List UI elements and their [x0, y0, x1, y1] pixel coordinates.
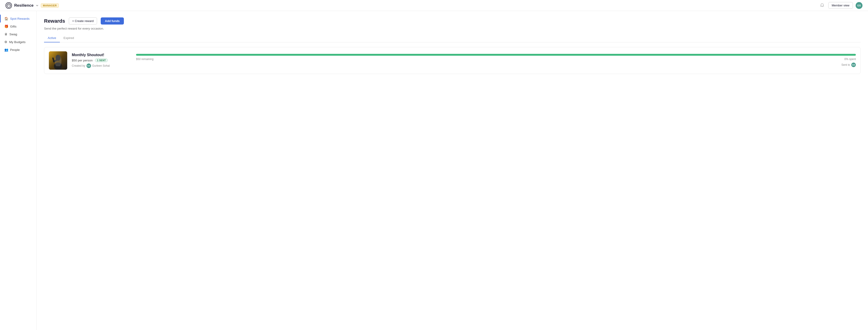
chevron-down-icon: [36, 4, 38, 7]
reward-meta: $50 per person 1 SENT: [72, 59, 131, 62]
sidebar-item-label: My Budgets: [9, 40, 26, 44]
layout: 🏠 Spot Rewards 🎁 Gifts 🖥 Swag ⚙ My Budge…: [0, 11, 868, 330]
topnav-right: Member view GS: [819, 2, 863, 9]
page-title: Rewards: [44, 18, 65, 24]
people-icon: 👥: [4, 48, 8, 52]
topnav: Resilience MANAGER Member view GS: [0, 0, 868, 11]
sidebar-item-swag[interactable]: 🖥 Swag: [0, 30, 36, 38]
reward-thumbnail: [49, 51, 67, 70]
reward-info: Monthly Shoutout! $50 per person 1 SENT …: [72, 53, 131, 68]
gift-icon: 🎁: [4, 25, 8, 28]
topnav-left: Resilience MANAGER: [5, 2, 59, 9]
swag-icon: 🖥: [4, 32, 7, 36]
creator-name: Gurleen Sohal: [92, 64, 110, 67]
sent-to-wrap: Sent to GS: [136, 63, 856, 67]
user-avatar[interactable]: GS: [856, 2, 863, 9]
tab-active[interactable]: Active: [44, 34, 60, 42]
page-subtitle: Send the perfect reward for every occasi…: [44, 27, 861, 30]
progress-bar-fill: [136, 54, 856, 56]
reward-card: Monthly Shoutout! $50 per person 1 SENT …: [44, 47, 861, 74]
sent-to-label: Sent to: [841, 63, 850, 66]
reward-name: Monthly Shoutout!: [72, 53, 131, 57]
tab-expired[interactable]: Expired: [60, 34, 78, 42]
tabs: Active Expired: [44, 34, 861, 42]
created-by-label: Created by: [72, 64, 85, 67]
sidebar-item-people[interactable]: 👥 People: [0, 46, 36, 54]
svg-point-0: [7, 4, 10, 7]
sidebar: 🏠 Spot Rewards 🎁 Gifts 🖥 Swag ⚙ My Budge…: [0, 11, 37, 330]
reward-image: [49, 51, 67, 70]
create-reward-button[interactable]: + Create reward: [69, 18, 97, 25]
logo-icon: [5, 2, 12, 9]
sidebar-item-label: Gifts: [10, 25, 17, 28]
sidebar-item-label: Swag: [9, 33, 17, 36]
main-content: Rewards + Create reward Add funds Send t…: [37, 11, 868, 330]
manager-badge: MANAGER: [41, 3, 59, 7]
sidebar-item-gifts[interactable]: 🎁 Gifts: [0, 23, 36, 30]
svg-line-5: [53, 58, 54, 62]
reward-progress: $50 remaining 0% spent Sent to GS: [136, 54, 856, 67]
progress-labels: $50 remaining 0% spent: [136, 58, 856, 61]
reward-amount: $50 per person: [72, 59, 93, 62]
sidebar-item-label: People: [10, 48, 20, 52]
svg-point-2: [56, 55, 61, 61]
member-view-button[interactable]: Member view: [828, 2, 853, 9]
sent-badge: 1 SENT: [95, 59, 108, 62]
home-icon: 🏠: [4, 17, 8, 21]
sidebar-item-my-budgets[interactable]: ⚙ My Budgets: [0, 38, 36, 46]
progress-bar-wrap: [136, 54, 856, 56]
reward-image-svg: [49, 51, 67, 70]
bell-button[interactable]: [819, 2, 826, 9]
sidebar-item-spot-rewards[interactable]: 🏠 Spot Rewards: [0, 15, 36, 23]
remaining-label: $50 remaining: [136, 58, 153, 61]
budget-icon: ⚙: [4, 40, 7, 44]
svg-point-3: [54, 63, 62, 70]
page-header: Rewards + Create reward Add funds: [44, 18, 861, 25]
creator-avatar: GS: [87, 64, 91, 68]
reward-creator: Created by GS Gurleen Sohal: [72, 64, 131, 68]
sent-to-avatar: GS: [851, 63, 856, 67]
sidebar-item-label: Spot Rewards: [10, 17, 30, 21]
spent-label: 0% spent: [844, 58, 856, 61]
app-name: Resilience: [14, 3, 33, 8]
bell-icon: [820, 3, 824, 7]
add-funds-button[interactable]: Add funds: [101, 18, 124, 25]
